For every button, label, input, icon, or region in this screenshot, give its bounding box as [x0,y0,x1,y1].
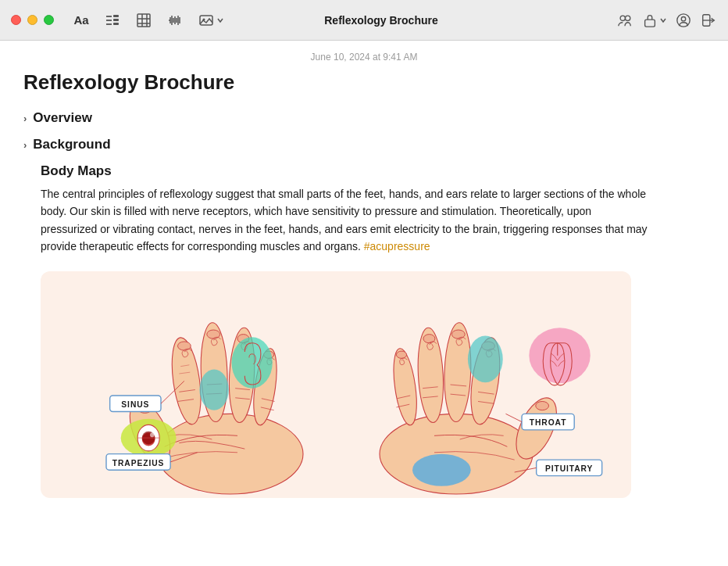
overview-section-header[interactable]: › Overview [23,110,648,126]
user-button[interactable] [675,12,692,29]
document-title: Reflexology Brochure [146,14,616,27]
timestamp: June 10, 2024 at 9:41 AM [0,41,728,70]
lock-button[interactable] [641,12,658,29]
svg-point-56 [232,337,273,388]
background-chevron-icon: › [23,139,27,151]
svg-point-53 [150,432,155,437]
svg-text:THROAT: THROAT [530,418,567,427]
body-maps-title: Body Maps [41,163,648,179]
svg-rect-5 [113,23,119,25]
titlebar: Aa [0,0,728,41]
svg-point-82 [468,335,503,382]
share-button[interactable] [700,12,717,29]
svg-point-23 [625,16,630,20]
svg-rect-3 [113,15,119,17]
svg-point-83 [529,328,590,383]
minimize-button[interactable] [27,15,37,25]
background-section-title: Background [33,137,110,152]
list-format-button[interactable] [104,12,121,29]
body-maps-text: The central principles of reflexology su… [41,185,648,256]
svg-point-29 [157,414,303,494]
document-body: Reflexology Brochure › Overview › Backgr… [0,70,672,498]
font-button[interactable]: Aa [73,12,90,29]
svg-point-67 [396,351,406,358]
toolbar-right [616,12,717,29]
svg-text:PITUITARY: PITUITARY [545,464,593,473]
overview-chevron-icon: › [23,113,27,124]
svg-point-26 [681,16,685,20]
overview-section-title: Overview [33,110,92,126]
svg-text:SINUS: SINUS [121,399,149,408]
svg-point-85 [412,453,471,485]
collaboration-button[interactable] [616,12,633,29]
content-area: June 10, 2024 at 9:41 AM Reflexology Bro… [0,41,728,566]
hands-illustration: SINUS TRAPEZIUS [41,271,631,498]
body-maps-image: SINUS TRAPEZIUS [41,271,631,498]
svg-text:TRAPEZIUS: TRAPEZIUS [112,458,165,467]
close-button[interactable] [11,15,21,25]
svg-rect-24 [645,20,655,27]
svg-rect-4 [113,19,119,21]
traffic-lights [11,15,54,25]
lock-chevron-icon [659,16,667,24]
svg-point-48 [199,369,228,410]
acupressure-hashtag[interactable]: #acupressure [364,240,430,253]
background-section-header[interactable]: › Background [23,137,648,152]
lock-group[interactable] [641,12,667,29]
document-main-title: Reflexology Brochure [23,70,648,95]
maximize-button[interactable] [44,15,54,25]
svg-point-65 [536,401,549,410]
svg-point-22 [620,16,625,20]
